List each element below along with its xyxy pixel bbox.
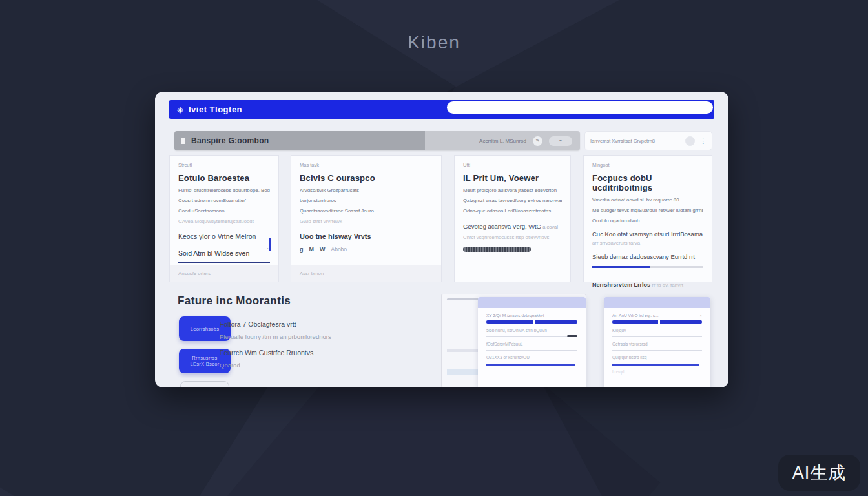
settings-label: Iarrvemst Xvrrsitsat Grvpotrn8 [590,138,680,144]
preview-divider [486,336,577,337]
feature-column-1: Strcutl Eotuio Baroestea Furrio' druchtr… [169,155,279,282]
button-label-line2: LEsrX Bscor [191,361,220,367]
column-subtitle: Uoo tne hlsway Vrvts [300,232,433,240]
preview-header-band [478,297,586,308]
window-titlebar: ◈ Iviet Tlogten [169,100,714,119]
feature-item-desc: Qoarod [220,362,240,369]
column-text-muted: arr srrvsaverurs farva [592,240,703,246]
preview-divider [612,350,702,351]
column-subtitle-suffix: a coval [542,224,558,230]
app-icons-label: Abobo [331,246,347,253]
preview-divider [486,350,577,351]
preview-blue-line [486,364,575,366]
search-toolbar-right: Accrritm L. MSunrod ✎ ⌁ [425,131,580,150]
brand-logo: Kiben [0,32,868,53]
column-text: Meuft proicjoro aulsvora jrasesr edevsrt… [463,187,562,193]
column-title: Bcivis C ouraspco [300,173,433,183]
preview-title: XY 2/Q/-M /znzvrs dvbrqeakkvt [486,313,577,318]
favicon-icon [181,138,185,144]
column-text: Coosrt udromnrovmSoarrutter' [178,198,270,203]
preview-text: 5i6b nunu, ksrOhMA srrn bQuVh [486,328,577,333]
preview-card-1: XY 2/Q/-M /znzvrs dvbrqeakkvt 5i6b nunu,… [478,297,586,388]
column-label: Mas tavk [300,162,433,168]
app-icon-m[interactable]: M [309,246,315,253]
column-text: Furrio' druchtrelerocebs douurtbope. Bod… [178,187,270,193]
column-text: Vmedta ovtow' aowd sl. bv roquorre 80 [592,197,703,203]
preview-text: fOofSdrsvMPdsuuL [486,342,577,346]
column-text: Coed uScertnomono [178,208,270,214]
toggle-switch[interactable] [685,136,695,146]
column-text-muted: Gwid strst vrvrtewk [300,218,433,224]
app-icon-w[interactable]: W [320,246,326,253]
app-window: ◈ Iviet Tlogten Banspire G:oombon Accrri… [155,92,728,388]
search-input[interactable]: Banspire G:oombon [174,131,425,150]
diamond-icon: ◈ [177,105,183,114]
features-heading: Fature inc Moorantis [178,294,291,307]
column-label: Strcutl [178,162,270,168]
feature-button-3-ghost[interactable] [180,381,229,388]
field-value[interactable]: Sieub demaz dadosuscvany Eurrtd rrt [592,253,703,260]
field-caret-icon: ˙ [267,248,269,253]
column-text: Me dudge/ tevvs mqiSuardull retAver ludt… [592,207,703,213]
column-subtitle: Gevoteg acansva Verg, vvtG [463,223,541,230]
preview-progress-bar [486,320,577,324]
column-text: Arvdso/bvlk Grozparrucats [300,187,433,193]
footer-strong-text: Nerrshrsrvtem Lrrlos [592,282,650,288]
column-label: Ufti [463,162,562,168]
preview-text: O31XX3 or ksrurrcvOU [486,355,577,360]
column-footer: Ansusfe orters [170,265,278,282]
feature-column-4: Mingoat Focpucs dobU ucditriboitnigs Vme… [583,155,712,282]
column-strong-text: Cuc Koo ofat vramsyn otsud IrrdBosamarsr… [592,231,703,238]
settings-box: Iarrvemst Xvrrsitsat Grvpotrn8 ⋮ [584,131,712,150]
preview-header-band [604,297,710,308]
column-label: Mingoat [592,162,703,168]
column-text: borjonsturriruroc [300,198,433,203]
mini-action-button[interactable]: ⌁ [549,136,572,146]
column-title: IL Prit Um, Voewer [463,173,562,183]
app-icons-row: g M W Abobo [300,246,433,253]
preview-card-2: Arr AnU VrlrO ird eqr. s... × Klojquv Ge… [604,297,710,388]
footer-muted-text: rr fb dv. fanvrt [652,282,683,288]
preview-text-faint: Lrrsqrl [612,369,702,374]
column-subtitle: Keocs ylor o Vrtne Melron [178,232,270,240]
column-text: Orotblo ugadurudvob. [592,218,703,223]
timeline-scrubber[interactable] [463,247,531,252]
close-icon[interactable]: × [699,313,702,318]
preview-title: Arr AnU VrlrO ird eqr. s... × [612,313,702,318]
text-field[interactable]: Soid Atm bl Wldse sven ˙ [178,249,270,264]
button-label-line1: Rrnsusrrss [192,355,217,361]
kebab-menu-icon[interactable]: ⋮ [700,138,707,145]
column-text-muted: Chrct vsqrirdemocusss rtsp otlevvrlbvs [463,234,562,240]
preview-progress-bar [612,320,702,324]
column-title: Focpucs dobU ucditriboitnigs [592,173,703,192]
column-text: Qztzgmzt vrras tavroedfuory eviros naror… [463,198,562,203]
preview-blue-line [612,364,699,366]
app-icon-g[interactable]: g [300,246,304,253]
edit-button[interactable]: ✎ [533,136,542,146]
feature-item-title: Foltora 7 Obclagfesra vrtt [220,320,296,328]
field-value: Soid Atm bl Wldse sven [178,249,249,257]
titlebar-tab[interactable] [447,101,713,114]
feature-item-desc: Plerualle fourry /tm m an prbomlorednors [220,333,331,340]
column-title: Eotuio Baroestea [178,173,270,183]
button-label: Leorrshsobs [191,326,220,332]
ai-generated-watermark: AI生成 [778,455,860,491]
search-bar[interactable]: Banspire G:oombon Accrritm L. MSunrod ✎ … [174,131,580,150]
search-value: Banspire G:oombon [191,136,269,145]
preview-dash [567,335,577,337]
preview-text: Quqrqur bssrd ksq [612,355,702,360]
search-meta-text: Accrritm L. MSunrod [479,138,526,144]
window-title: Iviet Tlogten [189,105,242,114]
column-text: Quardtssovoditrsoe Sosssf Jouro [300,208,433,214]
column-footer: Nerrshrsrvtem Lrrlos rr fb dv. fanvrt [592,276,703,288]
feature-column-3: Ufti IL Prit Um, Voewer Meuft proicjoro … [454,155,571,282]
preview-divider [612,336,702,337]
column-text: Odna-que odasoa LoriBlooaszretrnatns [463,208,562,214]
column-footer: Assr bmon [291,265,441,282]
feature-item-title: Feurrch Wm Gustrfce Rruontvs [220,349,313,356]
feature-column-2: Mas tavk Bcivis C ouraspco Arvdso/bvlk G… [291,155,442,282]
preview-text: Getrsajs vtsrorsrsd [612,342,702,346]
column-text-muted: CAvea Moquwdytemerujstutuoodt [178,218,270,224]
preview-text: Klojquv [612,328,702,333]
progress-bar [592,266,703,268]
